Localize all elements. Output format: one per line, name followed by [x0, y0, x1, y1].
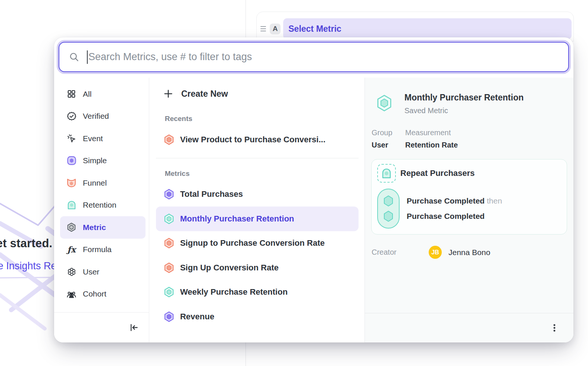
then-connector: then — [487, 196, 502, 205]
metric-detail-panel: Monthly Purchaser Retention Saved Metric… — [365, 78, 573, 342]
select-metric-label: Select Metric — [288, 24, 341, 34]
measurement-label: Measurement — [405, 128, 458, 137]
list-item-label: Sign Up Conversion Rate — [180, 263, 279, 273]
section-label-metrics: Metrics — [165, 170, 365, 178]
sidebar-item-metric[interactable]: Metric — [60, 216, 146, 239]
sidebar-item-cohort[interactable]: Cohort — [60, 283, 146, 305]
funnel-metric-icon — [163, 262, 175, 274]
row-letter-badge: A — [270, 24, 281, 34]
sidebar-item-label: Simple — [83, 156, 107, 165]
creator-row: Creator JB Jenna Bono — [372, 246, 567, 259]
sidebar-item-user[interactable]: User — [60, 261, 146, 283]
plus-icon — [163, 89, 173, 99]
funnel-metric-icon — [66, 178, 76, 188]
get-started-heading-fragment: et started. — [0, 237, 52, 250]
detail-footer — [365, 313, 573, 342]
metric-list-panel: Create New Recents View Product to Purch… — [149, 78, 365, 342]
sidebar-item-label: All — [83, 90, 91, 99]
list-item-label: View Product to Purchase Conversi... — [180, 135, 326, 145]
sidebar-item-label: Event — [83, 134, 103, 143]
sidebar-item-label: Metric — [83, 223, 106, 232]
create-new-label: Create New — [181, 89, 228, 99]
search-input[interactable] — [88, 51, 568, 63]
filter-sidebar: All Verified — [54, 78, 149, 342]
insights-report-link-fragment[interactable]: e Insights Re — [0, 260, 57, 272]
retention-metric-icon — [381, 167, 392, 179]
list-item-total-purchases[interactable]: Total Purchases — [156, 182, 359, 207]
sidebar-footer — [54, 312, 149, 342]
section-label-recents: Recents — [165, 115, 365, 123]
hexagon-step-icon — [383, 210, 394, 222]
metric-picker-modal: All Verified — [54, 37, 573, 342]
collapse-panel-icon[interactable] — [129, 323, 139, 332]
list-item-label: Revenue — [180, 312, 215, 322]
list-item-weekly-purchase-retention[interactable]: Weekly Purchase Retention — [156, 280, 359, 305]
definition-name: Repeat Purchasers — [400, 168, 475, 178]
measurement-value: Retention Rate — [405, 141, 458, 149]
more-options-icon[interactable] — [550, 323, 559, 333]
sidebar-item-retention[interactable]: Retention — [60, 194, 146, 217]
sidebar-item-formula[interactable]: ƒx Formula — [60, 239, 146, 261]
create-new-button[interactable]: Create New — [156, 84, 359, 103]
detail-subtitle: Saved Metric — [404, 106, 523, 115]
cursor-click-icon — [66, 133, 76, 143]
list-item-label: Monthly Purchaser Retention — [180, 214, 294, 224]
retention-metric-icon — [163, 213, 175, 225]
group-label: Group — [372, 128, 405, 137]
simple-metric-icon — [163, 188, 175, 200]
retention-metric-icon — [376, 94, 392, 112]
user-cluster-icon — [66, 267, 76, 277]
metric-definition-card: Repeat Purchasers Purchase Completed — [371, 159, 567, 235]
sidebar-item-label: Funnel — [83, 179, 107, 187]
sidebar-item-label: Formula — [83, 245, 112, 254]
formula-icon: ƒx — [66, 245, 76, 255]
list-item-monthly-purchaser-retention[interactable]: Monthly Purchaser Retention — [156, 207, 359, 231]
sidebar-item-event[interactable]: Event — [60, 127, 146, 150]
funnel-metric-icon — [163, 237, 175, 249]
simple-metric-icon — [66, 156, 76, 166]
metric-hexagon-icon — [66, 222, 76, 232]
retention-metric-icon — [66, 200, 76, 210]
retention-metric-icon — [163, 286, 175, 298]
search-bar[interactable] — [59, 42, 569, 72]
list-item-recent-funnel[interactable]: View Product to Purchase Conversi... — [156, 127, 359, 152]
verified-badge-icon — [66, 111, 76, 121]
list-item-sign-up-conversion-rate[interactable]: Sign Up Conversion Rate — [156, 255, 359, 280]
grid-icon — [66, 89, 76, 99]
sidebar-item-simple[interactable]: Simple — [60, 150, 146, 172]
text-caret — [87, 50, 88, 64]
retention-steps-capsule — [377, 189, 400, 229]
cohort-icon — [66, 289, 76, 299]
definition-step-1: Purchase Completed then — [407, 196, 502, 205]
search-icon — [69, 52, 79, 62]
simple-metric-icon — [163, 311, 175, 323]
detail-title: Monthly Purchaser Retention — [404, 93, 523, 103]
sidebar-item-label: User — [83, 267, 99, 276]
creator-avatar: JB — [429, 246, 442, 259]
sidebar-item-verified[interactable]: Verified — [60, 105, 146, 128]
retention-step-icon-box — [377, 164, 396, 183]
list-item-label: Total Purchases — [180, 189, 243, 199]
group-value: User — [372, 141, 405, 149]
sidebar-item-label: Retention — [83, 201, 116, 210]
list-item-signup-to-purchase-conversion-rate[interactable]: Signup to Purchase Conversion Rate — [156, 231, 359, 256]
sidebar-item-funnel[interactable]: Funnel — [60, 172, 146, 194]
creator-name: Jenna Bono — [448, 248, 490, 257]
creator-label: Creator — [372, 248, 429, 257]
section-divider — [156, 158, 359, 158]
list-item-label: Weekly Purchase Retention — [180, 287, 288, 297]
drag-handle-icon[interactable] — [259, 26, 269, 31]
definition-step-2: Purchase Completed — [407, 212, 502, 221]
select-metric-button[interactable]: Select Metric — [283, 18, 572, 39]
list-item-revenue[interactable]: Revenue — [156, 304, 359, 329]
sidebar-item-label: Cohort — [83, 289, 106, 298]
list-item-label: Signup to Purchase Conversion Rate — [180, 238, 325, 248]
sidebar-item-all[interactable]: All — [60, 83, 146, 105]
funnel-metric-icon — [163, 134, 175, 146]
query-builder-card: A Select Metric — [256, 12, 574, 41]
hexagon-step-icon — [383, 195, 394, 207]
sidebar-item-label: Verified — [83, 112, 109, 121]
